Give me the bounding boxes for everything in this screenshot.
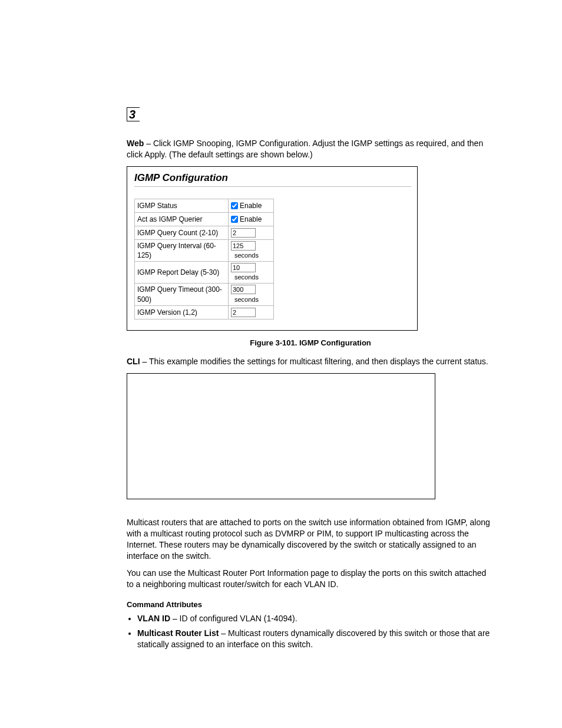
label-report-delay: IGMP Report Delay (5-30)	[135, 262, 229, 284]
checkbox-igmp-querier[interactable]	[231, 216, 238, 223]
input-query-interval[interactable]	[231, 241, 256, 251]
cell-query-count	[229, 226, 274, 239]
cli-output-box	[127, 373, 435, 499]
attr-vlan-desc: – ID of configured VLAN (1-4094).	[170, 614, 297, 623]
checkbox-igmp-status[interactable]	[231, 202, 238, 209]
enable-label-status: Enable	[240, 202, 262, 210]
label-query-count: IGMP Query Count (2-10)	[135, 226, 229, 239]
label-query-timeout: IGMP Query Timeout (300-500)	[135, 284, 229, 305]
unit-query-timeout: seconds	[231, 296, 259, 303]
multicast-paragraph-2: You can use the Multicast Router Port In…	[127, 568, 494, 590]
cell-report-delay: seconds	[229, 262, 274, 284]
cell-query-timeout: seconds	[229, 284, 274, 305]
attr-mrl-name: Multicast Router List	[137, 628, 219, 638]
chapter-number-icon: 3	[127, 107, 140, 121]
title-underline	[134, 186, 411, 187]
enable-label-querier: Enable	[240, 215, 262, 223]
input-report-delay[interactable]	[231, 263, 256, 272]
web-text: – Click IGMP Snooping, IGMP Configuratio…	[127, 139, 483, 159]
web-instruction-paragraph: Web – Click IGMP Snooping, IGMP Configur…	[127, 138, 494, 160]
cli-instruction-paragraph: CLI – This example modifies the settings…	[127, 356, 494, 367]
cli-text: – This example modifies the settings for…	[140, 357, 488, 366]
list-item-multicast-router-list: Multicast Router List – Multicast router…	[137, 628, 494, 650]
label-query-interval: IGMP Query Interval (60-125)	[135, 239, 229, 261]
list-item-vlan-id: VLAN ID – ID of configured VLAN (1-4094)…	[137, 613, 494, 624]
label-igmp-status: IGMP Status	[135, 199, 229, 212]
input-query-count[interactable]	[231, 228, 256, 238]
command-attributes-heading: Command Attributes	[127, 599, 494, 610]
input-igmp-version[interactable]	[231, 308, 256, 317]
cli-label: CLI	[127, 357, 140, 366]
cell-igmp-status: Enable	[229, 199, 274, 212]
web-label: Web	[127, 139, 144, 148]
cell-query-interval: seconds	[229, 239, 274, 261]
unit-query-interval: seconds	[231, 252, 259, 259]
document-page: 3 Web – Click IGMP Snooping, IGMP Config…	[0, 0, 562, 728]
label-igmp-querier: Act as IGMP Querier	[135, 212, 229, 226]
row-query-count: IGMP Query Count (2-10)	[135, 226, 274, 239]
igmp-screenshot-box: IGMP Configuration IGMP Status Enable Ac…	[127, 166, 418, 331]
unit-report-delay: seconds	[231, 274, 259, 281]
cell-igmp-version	[229, 305, 274, 319]
figure-caption: Figure 3-101. IGMP Configuration	[127, 338, 494, 348]
row-query-timeout: IGMP Query Timeout (300-500) seconds	[135, 284, 274, 305]
row-report-delay: IGMP Report Delay (5-30) seconds	[135, 262, 274, 284]
label-igmp-version: IGMP Version (1,2)	[135, 305, 229, 319]
multicast-paragraph-1: Multicast routers that are attached to p…	[127, 517, 494, 562]
screenshot-title: IGMP Configuration	[134, 172, 411, 185]
input-query-timeout[interactable]	[231, 285, 256, 294]
row-igmp-version: IGMP Version (1,2)	[135, 305, 274, 319]
cell-igmp-querier: Enable	[229, 212, 274, 226]
body-content: Web – Click IGMP Snooping, IGMP Configur…	[127, 138, 494, 650]
row-query-interval: IGMP Query Interval (60-125) seconds	[135, 239, 274, 261]
igmp-form-table: IGMP Status Enable Act as IGMP Querier E…	[134, 199, 274, 319]
row-igmp-status: IGMP Status Enable	[135, 199, 274, 212]
row-igmp-querier: Act as IGMP Querier Enable	[135, 212, 274, 226]
command-attributes-list: VLAN ID – ID of configured VLAN (1-4094)…	[127, 613, 494, 650]
attr-vlan-name: VLAN ID	[137, 614, 170, 623]
